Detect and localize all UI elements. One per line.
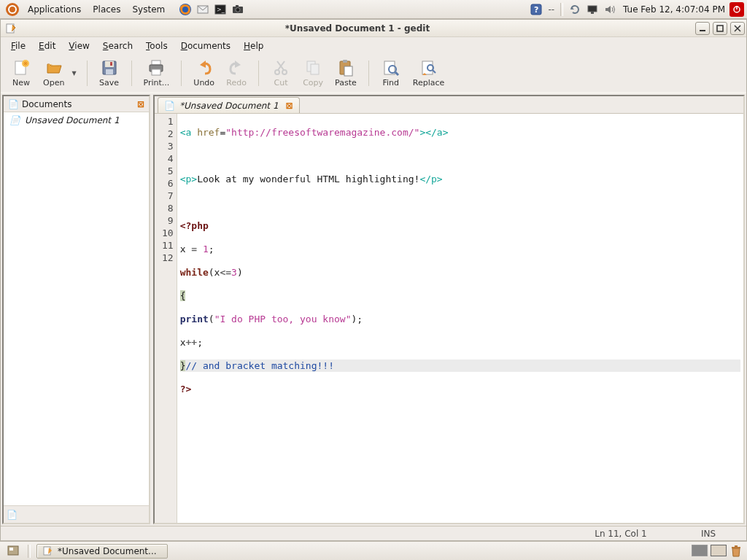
menu-search[interactable]: Search	[97, 39, 139, 53]
redo-button[interactable]: Redo	[222, 58, 251, 89]
side-panel-bottom: 📄	[4, 505, 149, 523]
open-button[interactable]: Open	[39, 58, 69, 89]
refresh-icon[interactable]	[567, 1, 583, 18]
svg-rect-47	[735, 545, 738, 547]
minimize-button[interactable]	[695, 22, 710, 35]
svg-rect-27	[152, 69, 160, 75]
workspace-2[interactable]	[711, 545, 727, 556]
svg-text:?: ?	[534, 5, 538, 15]
new-doc-icon[interactable]: 📄	[7, 510, 18, 520]
trash-icon[interactable]	[729, 545, 743, 558]
places-menu[interactable]: Places	[87, 4, 126, 15]
replace-button[interactable]: Replace	[409, 58, 449, 89]
new-button[interactable]: New	[7, 58, 36, 89]
cursor-position: Ln 11, Col 1	[592, 529, 650, 539]
applications-menu[interactable]: Applications	[22, 4, 87, 15]
svg-rect-24	[110, 62, 112, 66]
svg-rect-10	[588, 6, 597, 12]
menu-view[interactable]: View	[63, 39, 95, 53]
svg-rect-16	[717, 26, 723, 31]
gedit-window: *Unsaved Document 1 - gedit File Edit Vi…	[0, 19, 747, 541]
menu-edit[interactable]: Edit	[33, 39, 61, 53]
top-panel: Applications Places System >_ ? -- Tue F…	[0, 0, 747, 19]
close-button[interactable]	[730, 22, 745, 35]
bottom-panel: *Unsaved Document...	[0, 541, 747, 560]
insert-mode[interactable]: INS	[679, 529, 738, 539]
svg-point-1	[182, 7, 188, 12]
copy-button[interactable]: Copy	[298, 58, 328, 89]
task-label: *Unsaved Document...	[58, 546, 157, 556]
help-icon[interactable]: ?	[528, 1, 544, 18]
menu-file[interactable]: File	[5, 39, 31, 53]
menu-tools[interactable]: Tools	[140, 39, 174, 53]
svg-rect-36	[344, 66, 352, 76]
svg-rect-44	[9, 548, 13, 551]
camera-icon[interactable]	[230, 1, 246, 18]
svg-rect-23	[106, 69, 113, 74]
svg-rect-7	[236, 5, 239, 7]
svg-rect-11	[591, 12, 594, 14]
svg-rect-25	[152, 61, 160, 65]
tab-title: *Unsaved Document 1	[179, 101, 279, 111]
taskbar-item-gedit[interactable]: *Unsaved Document...	[36, 544, 168, 559]
mail-icon[interactable]	[195, 1, 211, 18]
svg-text:>_: >_	[217, 7, 225, 13]
code-content[interactable]: <a href="http://freesoftwaremagazine.com…	[177, 114, 743, 523]
line-gutter: 123 456 789 101112	[155, 114, 177, 523]
side-panel-close[interactable]: ⊠	[137, 99, 144, 109]
paste-button[interactable]: Paste	[330, 58, 361, 89]
svg-point-28	[275, 70, 279, 74]
menu-help[interactable]: Help	[238, 39, 269, 53]
undo-button[interactable]: Undo	[189, 58, 219, 89]
titlebar: *Unsaved Document 1 - gedit	[1, 20, 746, 37]
side-panel: 📄 Documents ⊠ 📄 Unsaved Document 1 📄	[2, 95, 150, 524]
main-area: 📄 Documents ⊠ 📄 Unsaved Document 1 📄 📄	[1, 92, 746, 526]
editor-tab[interactable]: 📄 *Unsaved Document 1 ⊠	[158, 97, 300, 113]
svg-rect-46	[732, 547, 740, 548]
save-button[interactable]: Save	[95, 58, 124, 89]
battery-indicator: --	[545, 4, 557, 15]
app-icon	[5, 23, 17, 34]
task-app-icon	[43, 546, 53, 556]
cut-button[interactable]: Cut	[266, 58, 295, 89]
menubar: File Edit View Search Tools Documents He…	[1, 37, 746, 55]
clock[interactable]: Tue Feb 12, 4:07:04 PM	[619, 4, 729, 15]
documents-icon: 📄	[8, 99, 19, 109]
maximize-button[interactable]	[713, 22, 727, 35]
workspace-1[interactable]	[692, 545, 708, 556]
toolbar: New Open ▼ Save Print... Undo Redo Cut C…	[1, 55, 746, 92]
documents-list: 📄 Unsaved Document 1	[4, 112, 149, 505]
tab-bar: 📄 *Unsaved Document 1 ⊠	[155, 96, 743, 114]
svg-point-29	[282, 70, 287, 74]
document-icon: 📄	[9, 115, 20, 125]
tab-doc-icon: 📄	[164, 101, 175, 111]
document-item[interactable]: 📄 Unsaved Document 1	[4, 112, 149, 128]
code-editor[interactable]: 123 456 789 101112 <a href="http://frees…	[155, 114, 743, 523]
svg-line-42	[433, 70, 436, 73]
open-dropdown[interactable]: ▼	[69, 70, 79, 77]
svg-rect-33	[311, 64, 319, 74]
power-button[interactable]	[729, 2, 744, 17]
monitor-icon[interactable]	[584, 1, 600, 18]
svg-rect-35	[343, 60, 347, 63]
svg-line-39	[395, 72, 398, 75]
document-item-label: Unsaved Document 1	[25, 115, 120, 125]
ubuntu-logo-icon	[6, 3, 19, 16]
terminal-icon[interactable]: >_	[212, 1, 228, 18]
find-button[interactable]: Find	[376, 58, 406, 89]
tab-close-button[interactable]: ⊠	[286, 101, 293, 111]
window-title: *Unsaved Document 1 - gedit	[21, 23, 694, 34]
show-desktop-icon[interactable]	[5, 543, 21, 559]
svg-rect-22	[105, 61, 114, 67]
statusbar: Ln 11, Col 1 INS	[1, 526, 746, 540]
menu-documents[interactable]: Documents	[175, 39, 236, 53]
side-panel-title: Documents	[22, 99, 137, 109]
svg-point-6	[236, 7, 240, 12]
print-button[interactable]: Print...	[139, 58, 174, 89]
firefox-icon[interactable]	[177, 1, 193, 18]
system-menu[interactable]: System	[126, 4, 171, 15]
volume-icon[interactable]	[602, 1, 618, 18]
editor-area: 📄 *Unsaved Document 1 ⊠ 123 456 789 1011…	[153, 95, 745, 524]
